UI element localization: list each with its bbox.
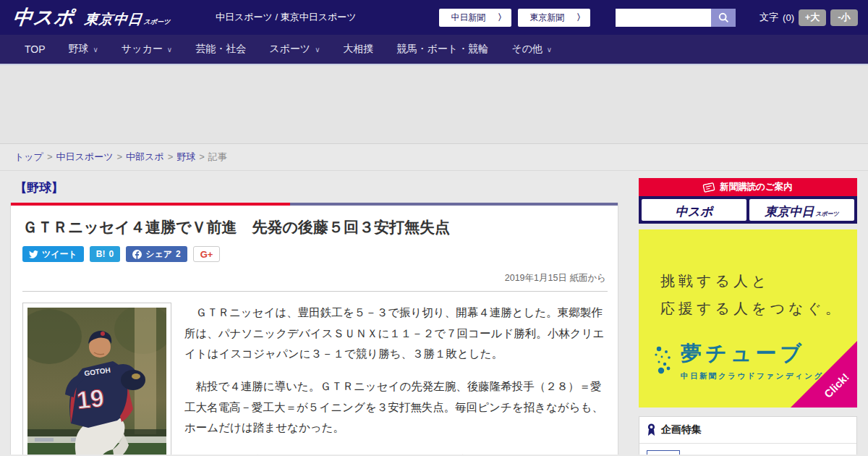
facebook-share-button[interactable]: シェア 2 <box>126 246 187 262</box>
nav-item-soccer[interactable]: サッカー∨ <box>122 43 172 56</box>
chevron-down-icon: ∨ <box>547 46 552 54</box>
header-controls: 中日新聞 〉 東京新聞 〉 文字 (0) +大 -小 <box>439 9 858 27</box>
nav-item-racing[interactable]: 競馬・ボート・競輪 <box>396 43 488 56</box>
pitcher-photo-illustration: GOTOH 19 <box>27 308 166 455</box>
chevron-right-icon: 〉 <box>498 12 506 24</box>
ribbon-icon <box>647 423 656 436</box>
nav-item-sumo[interactable]: 大相撲 <box>343 43 373 56</box>
tokyo-shimbun-button[interactable]: 東京新聞 〉 <box>518 9 590 27</box>
jersey-number-text: 19 <box>75 384 106 414</box>
feature-section: 企画特集 中日新聞ドラゴンズショップ <box>639 416 857 455</box>
breadcrumb-separator: > <box>168 151 174 162</box>
facebook-share-count: 2 <box>176 249 181 259</box>
nav-item-baseball[interactable]: 野球∨ <box>69 43 98 56</box>
article-text: ＧＴＲニッセイは、豊田鉄工を５－３で振り切り、開幕４連勝とした。東郷製作所は、パ… <box>184 303 608 455</box>
feature-section-header: 企画特集 <box>639 417 856 444</box>
font-size-count: (0) <box>783 12 794 23</box>
chevron-down-icon: ∨ <box>315 46 320 54</box>
subscription-widget[interactable]: 新聞購読のご案内 中スポ 東京中日 スポーツ <box>639 178 857 224</box>
chevron-down-icon: ∨ <box>167 46 172 54</box>
font-size-controls: 文字 (0) +大 -小 <box>760 9 858 26</box>
feature-section-title: 企画特集 <box>661 423 702 436</box>
site-logo[interactable]: 中スポ 東京中日 スポーツ <box>12 4 172 30</box>
yume-tube-ad-banner[interactable]: 挑戦する人と 応援する人をつなぐ。 夢チューブ 中日新聞クラウド <box>639 229 857 408</box>
breadcrumb-link-top[interactable]: トップ <box>14 151 43 162</box>
newspaper-icon <box>702 182 715 193</box>
breadcrumb-separator: > <box>47 151 53 162</box>
search-icon <box>718 12 729 23</box>
main-nav: TOP 野球∨ サッカー∨ 芸能・社会 スポーツ∨ 大相撲 競馬・ボート・競輪 … <box>0 35 868 65</box>
nav-item-sports[interactable]: スポーツ∨ <box>269 43 320 56</box>
font-larger-button[interactable]: +大 <box>799 9 826 26</box>
paragraph: 粘投で４連勝に導いた。ＧＴＲニッセイの先発左腕、後藤隆希投手（２８）＝愛工大名電… <box>184 376 608 439</box>
leaderboard-ad-slot <box>0 65 868 143</box>
font-size-label: 文字 <box>760 11 778 24</box>
nav-item-entertainment[interactable]: 芸能・社会 <box>195 43 246 56</box>
chevron-down-icon: ∨ <box>93 46 98 54</box>
logo-chuspo: 中スポ <box>12 4 76 30</box>
logo-tokyo-chunichi: 東京中日 <box>84 10 144 29</box>
breadcrumb-link-baseball[interactable]: 野球 <box>176 151 195 162</box>
subscription-banner-label: 新聞購読のご案内 <box>720 181 793 193</box>
font-smaller-button[interactable]: -小 <box>830 9 858 26</box>
search-button[interactable] <box>711 9 736 27</box>
tokyo-shimbun-label: 東京新聞 <box>518 12 576 24</box>
tokyo-chunichi-subscribe-button[interactable]: 東京中日 スポーツ <box>749 199 854 221</box>
tweet-button[interactable]: ツイート <box>22 246 84 262</box>
google-plus-icon: G+ <box>200 249 213 260</box>
paragraph: 「これまで立ち上がりが良くなかったので、何かを変えようと思って挑んだ。手応えはあ… <box>184 450 608 455</box>
facebook-share-label: シェア <box>145 248 172 261</box>
dots-pattern-icon <box>652 345 681 376</box>
feature-item-dragons-shop[interactable]: 中日新聞ドラゴンズショップ <box>639 444 856 455</box>
logo-sports-suffix: スポーツ <box>143 17 171 27</box>
article-card: ＧＴＲニッセイ４連勝でＶ前進 先発の後藤５回３安打無失点 ツイート B! 0 <box>10 203 618 455</box>
breadcrumb-separator: > <box>199 151 205 162</box>
chunichi-shimbun-button[interactable]: 中日新聞 〉 <box>439 9 511 27</box>
paragraph: ＧＴＲニッセイは、豊田鉄工を５－３で振り切り、開幕４連勝とした。東郷製作所は、パ… <box>184 303 608 365</box>
search-box <box>616 9 736 27</box>
search-input[interactable] <box>616 9 711 27</box>
article-date: 2019年1月15日 紙面から <box>505 273 606 283</box>
main-content: 【野球】 ＧＴＲニッセイ４連勝でＶ前進 先発の後藤５回３安打無失点 ツイート B… <box>0 171 868 455</box>
article-photo[interactable]: GOTOH 19 <box>22 303 171 455</box>
nav-item-top[interactable]: TOP <box>25 43 46 55</box>
twitter-bird-icon <box>29 250 38 258</box>
chevron-right-icon: 〉 <box>576 12 585 24</box>
subscription-banner[interactable]: 新聞購読のご案内 <box>639 178 857 196</box>
breadcrumb-link-chunichi-sports[interactable]: 中日スポーツ <box>56 151 114 162</box>
ad-copy: 挑戦する人と 応援する人をつなぐ。 <box>639 229 857 322</box>
feature-item-thumbnail <box>647 450 680 455</box>
hatena-icon: B! <box>96 249 106 259</box>
chunichi-shimbun-label: 中日新聞 <box>439 12 498 24</box>
article-body: GOTOH 19 ＧＴＲニッセイは、豊田鉄工を５－３で振り切り、開幕４連勝とした… <box>22 303 608 455</box>
site-title: 中日スポーツ / 東京中日スポーツ <box>216 11 357 24</box>
article-title: ＧＴＲニッセイ４連勝でＶ前進 先発の後藤５回３安打無失点 <box>22 217 608 237</box>
hatena-count: 0 <box>109 249 114 259</box>
facebook-icon <box>132 250 142 259</box>
article-meta: 2019年1月15日 紙面から <box>22 262 608 292</box>
breadcrumb-current: 記事 <box>208 151 227 162</box>
article-column: 【野球】 ＧＴＲニッセイ４連勝でＶ前進 先発の後藤５回３安打無失点 ツイート B… <box>10 171 618 455</box>
nav-item-other[interactable]: その他∨ <box>511 43 552 56</box>
section-label: 【野球】 <box>14 180 618 196</box>
google-plus-button[interactable]: G+ <box>193 246 221 262</box>
hatena-bookmark-button[interactable]: B! 0 <box>90 246 120 262</box>
tweet-label: ツイート <box>42 248 77 261</box>
chuspo-subscribe-button[interactable]: 中スポ <box>642 199 746 221</box>
click-ribbon <box>791 341 857 408</box>
share-buttons: ツイート B! 0 シェア 2 G+ <box>22 246 608 262</box>
breadcrumb-separator: > <box>116 151 122 162</box>
breadcrumb-link-chubu-spo[interactable]: 中部スポ <box>126 151 164 162</box>
subscription-logos: 中スポ 東京中日 スポーツ <box>639 196 857 224</box>
site-header: 中スポ 東京中日 スポーツ 中日スポーツ / 東京中日スポーツ 中日新聞 〉 東… <box>0 0 868 35</box>
breadcrumb: トップ>中日スポーツ>中部スポ>野球>記事 <box>0 143 868 171</box>
sidebar: 新聞購読のご案内 中スポ 東京中日 スポーツ 挑戦する人と 応援する人をつなぐ。 <box>639 178 857 455</box>
